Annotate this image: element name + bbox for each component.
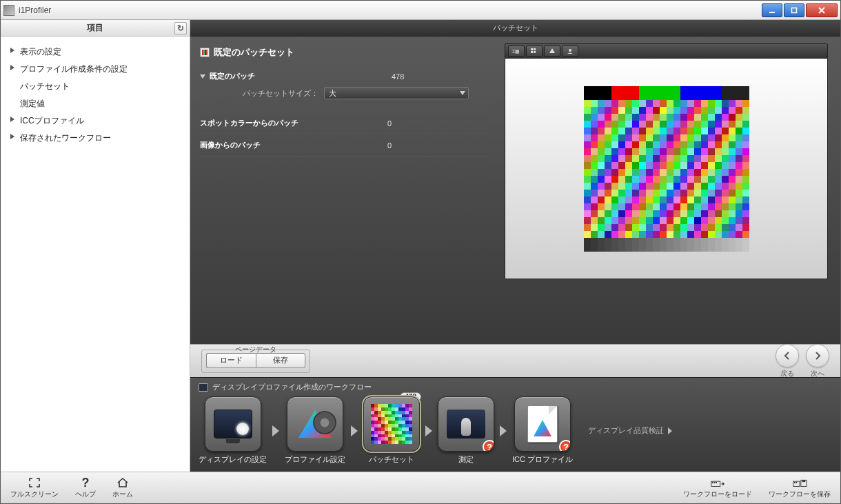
workflow-item[interactable]: ?ICC プロファイル bbox=[512, 396, 573, 465]
svg-rect-6 bbox=[534, 48, 536, 50]
svg-marker-13 bbox=[534, 420, 551, 436]
chevron-right-icon bbox=[668, 427, 672, 434]
workflow-tile: ? bbox=[438, 396, 494, 452]
chevron-right-icon bbox=[351, 425, 358, 436]
back-button[interactable] bbox=[776, 344, 799, 367]
sidebar-item[interactable]: パッチセット bbox=[8, 78, 183, 95]
view-profile-button[interactable] bbox=[562, 46, 578, 57]
preview-panel: Σ▦ bbox=[500, 37, 840, 344]
workflow-save-button[interactable]: ワークフローを保存 bbox=[769, 476, 831, 499]
workflow-label: 測定 bbox=[458, 454, 474, 465]
preview-toolbar: Σ▦ bbox=[505, 43, 828, 59]
workflow-save-icon bbox=[792, 476, 807, 489]
view-grid-button[interactable] bbox=[526, 46, 543, 57]
chevron-right-icon bbox=[10, 48, 14, 53]
home-button[interactable]: ホーム bbox=[112, 476, 133, 499]
panel-title: 既定のパッチセット bbox=[214, 46, 294, 59]
spot-color-header[interactable]: スポットカラーからのパッチ 0 bbox=[200, 112, 488, 134]
sidebar-item[interactable]: 保存されたワークフロー bbox=[8, 130, 183, 147]
workflow-label: ICC プロファイル bbox=[512, 454, 573, 465]
app-icon bbox=[3, 5, 14, 16]
svg-rect-7 bbox=[531, 51, 533, 53]
workflow-item[interactable]: 478パッチセット bbox=[363, 396, 420, 465]
sidebar-item[interactable]: ICCプロファイル bbox=[8, 112, 183, 130]
sidebar-header: 項目 ↻ bbox=[1, 20, 190, 37]
default-patch-count: 478 bbox=[392, 72, 488, 81]
sidebar-item-label: ICCプロファイル bbox=[20, 116, 84, 125]
chevron-right-icon bbox=[10, 117, 14, 122]
quality-check-link[interactable]: ディスプレイ品質検証 bbox=[588, 425, 672, 436]
home-icon bbox=[115, 476, 130, 489]
chevron-right-icon bbox=[500, 425, 507, 436]
svg-rect-22 bbox=[802, 480, 806, 482]
workflow-item[interactable]: ?測定 bbox=[438, 396, 494, 465]
workflow-tile bbox=[363, 396, 420, 452]
save-button[interactable]: 保存 bbox=[256, 353, 305, 368]
maximize-button[interactable] bbox=[784, 3, 804, 17]
default-patch-label: 既定のパッチ bbox=[210, 71, 255, 81]
view-single-button[interactable] bbox=[544, 46, 560, 57]
pagedata-bar: ページデータ ロード 保存 戻る 次へ bbox=[190, 344, 840, 377]
patch-preview-grid bbox=[584, 86, 749, 252]
sidebar-item[interactable]: プロファイル作成条件の設定 bbox=[8, 61, 183, 78]
svg-text:Σ▦: Σ▦ bbox=[512, 49, 520, 54]
sidebar-item-label: 保存されたワークフロー bbox=[20, 133, 111, 143]
workflow-item[interactable]: ディスプレイの設定 bbox=[199, 396, 267, 465]
svg-rect-5 bbox=[531, 48, 533, 50]
window-buttons bbox=[762, 3, 838, 17]
sidebar-item[interactable]: 測定値 bbox=[8, 95, 183, 112]
pagedata-fieldset: ページデータ ロード 保存 bbox=[201, 350, 310, 373]
preview-box bbox=[505, 59, 828, 279]
fullscreen-button[interactable]: フルスクリーン bbox=[10, 476, 59, 499]
image-patch-count: 0 bbox=[387, 141, 488, 150]
main-header: パッチセット bbox=[190, 20, 840, 37]
workflow-load-button[interactable]: ワークフローをロード bbox=[683, 476, 752, 499]
spot-color-label: スポットカラーからのパッチ bbox=[200, 118, 298, 128]
default-patch-header[interactable]: 既定のパッチ 478 bbox=[200, 68, 488, 84]
settings-panel: 既定のパッチセット 既定のパッチ 478 パッチセットサイズ： bbox=[190, 37, 500, 344]
app-window: i1Profiler 項目 ↻ 表示の設定プロファイル作成条件の設定パッチセット… bbox=[0, 0, 841, 504]
svg-rect-15 bbox=[712, 482, 713, 483]
help-button[interactable]: ? ヘルプ bbox=[75, 476, 96, 499]
patch-size-select[interactable]: 大 bbox=[324, 87, 469, 99]
fullscreen-icon bbox=[27, 476, 42, 489]
patch-size-value: 大 bbox=[329, 88, 336, 99]
main-area: パッチセット 既定のパッチセット 既定のパッチ bbox=[190, 20, 840, 472]
svg-rect-16 bbox=[714, 482, 716, 483]
svg-rect-8 bbox=[534, 51, 536, 53]
workflow-strip: ディスプレイプロファイル作成のワークフロー ディスプレイの設定プロファイル設定4… bbox=[190, 377, 840, 472]
chevron-down-icon bbox=[460, 91, 465, 95]
refresh-button[interactable]: ↻ bbox=[174, 22, 187, 34]
image-patch-label: 画像からのパッチ bbox=[200, 140, 261, 150]
workflow-label: パッチセット bbox=[369, 454, 414, 465]
monitor-icon bbox=[199, 383, 208, 392]
chevron-right-icon bbox=[272, 425, 279, 436]
patchset-icon bbox=[200, 48, 210, 57]
sidebar: 項目 ↻ 表示の設定プロファイル作成条件の設定パッチセット測定値ICCプロファイ… bbox=[1, 20, 190, 472]
warning-icon: ? bbox=[559, 440, 571, 452]
workflow-title: ディスプレイプロファイル作成のワークフロー bbox=[212, 382, 372, 392]
workflow-tile bbox=[287, 396, 343, 452]
patch-size-label: パッチセットサイズ： bbox=[200, 88, 324, 99]
sidebar-item[interactable]: 表示の設定 bbox=[8, 43, 183, 61]
workflow-label: プロファイル設定 bbox=[285, 454, 345, 465]
workflow-tile bbox=[205, 396, 261, 452]
close-button[interactable] bbox=[806, 3, 838, 17]
main-header-title: パッチセット bbox=[493, 23, 538, 33]
svg-rect-19 bbox=[794, 482, 796, 483]
minimize-button[interactable] bbox=[762, 3, 782, 17]
workflow-row: ディスプレイの設定プロファイル設定478パッチセット?測定?ICC プロファイル… bbox=[199, 396, 832, 465]
svg-rect-20 bbox=[796, 482, 798, 483]
app-title: i1Profiler bbox=[19, 6, 762, 15]
sidebar-list: 表示の設定プロファイル作成条件の設定パッチセット測定値ICCプロファイル保存され… bbox=[1, 37, 190, 154]
view-list-button[interactable]: Σ▦ bbox=[508, 46, 525, 57]
image-patch-header[interactable]: 画像からのパッチ 0 bbox=[200, 134, 488, 157]
next-button[interactable] bbox=[806, 344, 829, 367]
sidebar-item-label: パッチセット bbox=[20, 81, 70, 91]
svg-rect-1 bbox=[792, 8, 797, 12]
help-icon: ? bbox=[78, 476, 93, 489]
load-button[interactable]: ロード bbox=[206, 353, 256, 368]
footer: フルスクリーン ? ヘルプ ホーム ワークフローをロード ワークフローを保存 bbox=[1, 472, 840, 503]
titlebar: i1Profiler bbox=[1, 1, 840, 20]
workflow-item[interactable]: プロファイル設定 bbox=[285, 396, 345, 465]
